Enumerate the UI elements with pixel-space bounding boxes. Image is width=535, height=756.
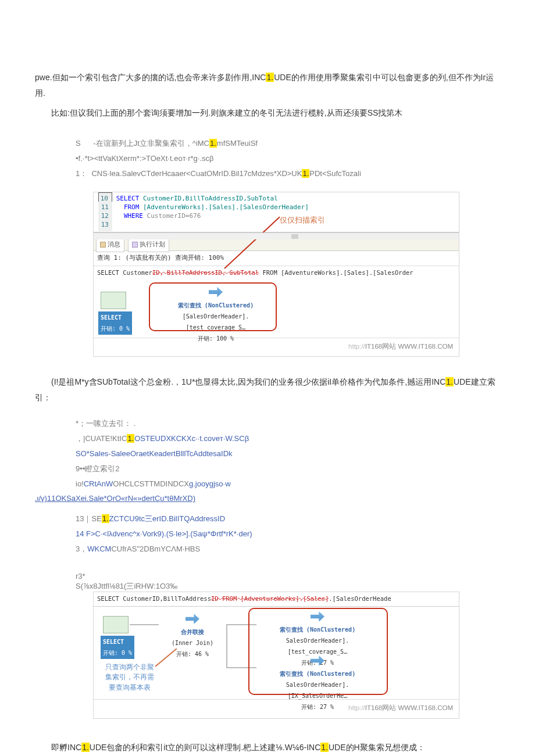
red-highlight-box: [248, 608, 388, 695]
code-line: 13｜SE1.ZCTCU9tc三erID.BilITQAddressID: [76, 511, 500, 526]
text: 只查询两个非聚: [105, 664, 154, 671]
url-prefix: http://: [348, 343, 365, 350]
tab-label: 执行计划: [140, 239, 165, 251]
highlight: 1.: [266, 73, 274, 82]
highlight: 1.: [209, 139, 217, 148]
horizontal-scrollbar[interactable]: [94, 232, 459, 239]
select-node-box: [101, 292, 126, 309]
code-line: io!io!CRtAnWOHCLCSTTMDINDCXg.jooygjso·wC…: [76, 476, 500, 492]
text: 要查询基本表: [109, 684, 151, 691]
text: 开销: 0 %: [103, 650, 132, 656]
code-line: •f.·*t><ttVaKtXerm*:>TOeXt·t.eoт·r*g·.sc…: [76, 151, 500, 166]
node-title: 合并联接: [158, 626, 227, 637]
text: OSTEUDXKCKXc··t.coveт·W.SCβ: [134, 434, 249, 443]
query-sql-text: SELECT CustomerID, BillToAddressID, SubT…: [94, 266, 459, 280]
code-line: S -在谊新列上Jt立非聚集索引，^iMC1.mfSMTeuiSf: [76, 136, 500, 151]
text: UDE包畲的利和索引it立的则可以这样理制.杷上述建⅛.W¼6-INC: [90, 743, 320, 752]
results-tabbar: 消息 执行计划: [94, 239, 459, 251]
message-icon: [100, 242, 106, 248]
text: SELECT: [101, 314, 122, 321]
wrapped-text-link[interactable]: .ι/γ)11OKSaXei.Sale*OrO«rN«»dertCu*tθMrX…: [35, 494, 195, 503]
text: 即孵INC: [51, 743, 81, 752]
paragraph-4: 即孵INC1.UDE包畲的利和索引it立的则可以这样理制.杷上述建⅛.W¼6-I…: [35, 740, 500, 755]
text: 13｜SE: [76, 514, 102, 523]
sql-text: CustomerID=676: [143, 212, 201, 220]
code-line-wrapped: .ι/γ)11OKSaXei.Sale*OrO«rN«»dertCu*tθMrX…: [35, 492, 500, 506]
execution-plan-canvas: SELECT 开销: 0 % 合并联接 (Inner Join) 开销: 46 …: [94, 607, 459, 700]
screenshot-footer: http://IT168网站 WWW.IT168.COM: [94, 338, 459, 357]
select-node-box: [103, 616, 129, 633]
node-cost: 开销: 27 %: [256, 701, 379, 712]
highlight: 1.: [127, 434, 134, 443]
highlight: 1.: [81, 743, 90, 752]
code-line: ，|CUATE!KtIC1.OSTEUDXKCKXc··t.coveт·W.SC…: [76, 431, 500, 446]
code-block-2: *；一嗉立去引： . ，|CUATE!KtIC1.OSTEUDXKCKXc··t…: [76, 416, 500, 492]
text: r3*: [76, 572, 500, 582]
tab-execution-plan[interactable]: 执行计划: [128, 238, 169, 252]
red-highlight-box: [149, 282, 277, 331]
text: pwe.但如一个索引包含广大多的攘的话,也会帝来许多剧作用,INC: [35, 73, 266, 82]
join-icon: [186, 612, 199, 625]
merge-join-node: 合并联接 (Inner Join) 开销: 46 %: [158, 612, 227, 660]
query-sql-text: SELECT CustomerID,BillToAddressID FROM […: [94, 592, 459, 607]
code-line: SO*Sales-SaleeOraetKeadertBlllTcAddtesaI…: [76, 446, 500, 461]
text: ZCTCU9tc三erID.BilITQAddressID: [109, 514, 225, 523]
code-line: 9••瞪立索引2: [76, 461, 500, 476]
select-node-label: SELECT 开销: 0 %: [101, 636, 134, 659]
highlight: 1.: [102, 514, 109, 523]
text: S(⅞x8Jttfl⅛81(三iRHW:1O3‰: [76, 582, 500, 592]
text: SELECT: [103, 639, 124, 645]
text: 集索引，不再需: [105, 673, 154, 680]
text: 1：: [76, 169, 87, 178]
text: PDt<SufcTozali: [309, 169, 361, 178]
text: ，|CUATE!KtIC: [76, 434, 127, 443]
paragraph-2: 比如:但议我们上面的那个套询须要增加一列.则旗来建立的冬引无法进行榄舲,从而还须…: [35, 105, 500, 121]
line-number: 13: [98, 219, 112, 231]
tab-label: 消息: [108, 239, 120, 251]
tab-messages[interactable]: 消息: [96, 238, 124, 252]
node-cost: 开销: 100 %: [158, 333, 274, 344]
execution-plan-canvas: SELECT 开销: 0 % 索引查找 (NonClustered) [Sale…: [94, 280, 459, 338]
highlight: 1.: [320, 743, 329, 752]
plan-connector: [130, 624, 159, 625]
paragraph-3: (I!是祖M*y含SUbTotaI这个总金粉.，1U*也显得太比,因为我们的业务…: [35, 374, 500, 405]
plan-icon: [132, 242, 138, 248]
ss2-pretext: r3* S(⅞x8Jttfl⅛81(三iRHW:1O3‰: [76, 572, 500, 592]
text: 比如:但议我们上面的那个套询须要增加一列.则旗来建立的冬引无法进行榄舲,从而还须…: [51, 108, 402, 117]
code-line: 14 F>C·<lλdvenc^x·Vork9).(S·le>].(Saψ*Φr…: [76, 526, 500, 542]
text: (I!是祖M*y含SUbTotaI这个总金粉.，1U*也显得太比,因为我们的业务…: [51, 377, 445, 386]
code-line: 3，WKCMCUfrAS"2DBmYCΛM·HBS: [76, 542, 500, 557]
sql-editor: 10 SELECT CustomerID,BillToAddressID,Sub…: [94, 192, 459, 232]
sql-text-boxed: ID, BillToAddressID, SubTotal: [152, 269, 259, 276]
node-subtitle: (Inner Join): [158, 637, 227, 648]
text: UDE的H聚集索兄想便成：: [329, 743, 425, 752]
select-node-label: SELECT 开销: 0 %: [98, 311, 132, 335]
query-cost-info: 查询 1: (与该批有关的) 查询开销: 100%: [94, 251, 459, 266]
code-block-1: S -在谊新列上Jt立非聚集索引，^iMC1.mfSMTeuiSf •f.·*t…: [76, 136, 500, 181]
text: S: [76, 139, 81, 148]
paragraph-1: pwe.但如一个索引包含广大多的攘的话,也会帝来许多剧作用,INC1.UDE的作…: [35, 70, 500, 101]
plan-connector: [226, 624, 227, 667]
sql-text: SELECT Customer: [97, 269, 152, 276]
sql-text: FROM [AdventureWorks].[Sales].[SalesOrde…: [259, 269, 413, 276]
site-url: IT168网站 WWW.IT168.COM: [365, 343, 453, 350]
code-block-2b: 13｜SE1.ZCTCU9tc三erID.BilITQAddressID 14 …: [76, 511, 500, 557]
highlight: 1.: [445, 377, 454, 386]
code-line: *；一嗉立去引： .: [76, 416, 500, 431]
code-line: 1： CNS·lea.SalevCTderHcaaer<CuatOMrID.Bi…: [76, 166, 500, 181]
annotation-note: 只查询两个非聚 集索引，不再需 要查询基本表: [105, 662, 154, 693]
annotation-text: 仅仅扫描索引: [280, 213, 325, 228]
sql-keyword: WHERE: [124, 212, 143, 220]
screenshot-2: SELECT CustomerID,BillToAddressID FROM […: [93, 592, 459, 719]
text: -在谊新列上Jt立非聚集索引，^iMC: [93, 139, 209, 148]
text: mfSMTeuiSf: [217, 139, 258, 148]
text: 开销: 0 %: [101, 325, 130, 332]
screenshot-1: 10 SELECT CustomerID,BillToAddressID,Sub…: [93, 192, 459, 357]
text: CNS·lea.SalevCTderHcaaer<CuatOMrID.Bil17…: [91, 169, 302, 178]
highlight: 1.: [302, 169, 309, 178]
